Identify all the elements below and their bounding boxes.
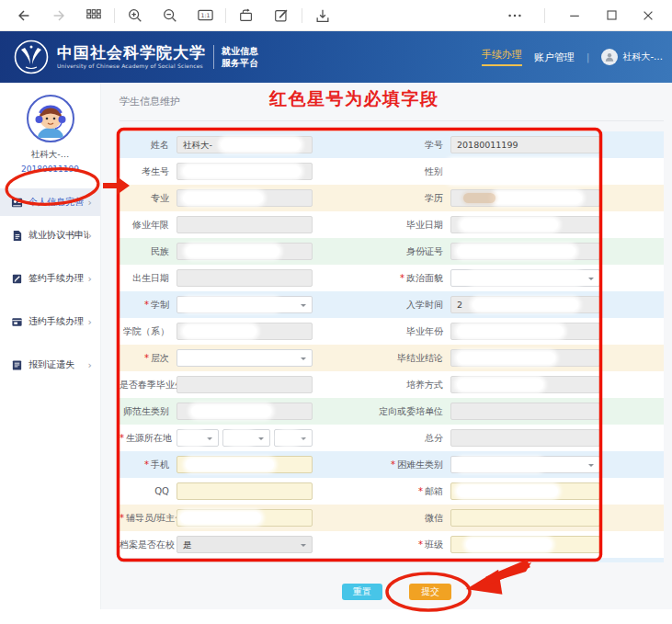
major-input (177, 189, 313, 207)
form-row: 姓名社科大-学号20180011199 (120, 131, 664, 158)
toolbar-separator (114, 8, 115, 23)
form-row: *辅导员/班主任微信 (120, 505, 664, 531)
graduation-year-input (450, 323, 600, 340)
name-value: 社科大- (183, 140, 212, 150)
study-duration-label: 修业年限 (120, 219, 177, 232)
birth-date-field (177, 269, 313, 287)
sidebar-user-id: 20180011199 (0, 165, 100, 174)
redaction-blur (457, 459, 542, 471)
mobile-label: *手机 (120, 459, 177, 471)
actual-size-button[interactable]: 1:1 (196, 6, 214, 25)
school-department-label: 学院（系） (120, 325, 177, 338)
sidebar-item-sign-procedure[interactable]: 签约手续办理› (0, 265, 100, 292)
zoom-in-icon (127, 7, 143, 24)
disadvantaged-type-select[interactable] (450, 456, 600, 473)
major-field (177, 189, 313, 207)
header-user-name: 社科大-… (622, 51, 663, 63)
nav-account-link[interactable]: 账户管理 (534, 51, 575, 64)
minimize-button[interactable] (565, 6, 584, 25)
origin-county-select[interactable] (274, 429, 313, 447)
study-duration-field (177, 216, 313, 233)
archive-in-school-field: 是 (177, 536, 313, 553)
required-asterisk: * (144, 459, 149, 470)
redaction-blur (279, 432, 299, 444)
name-label: 姓名 (120, 139, 177, 152)
political-status-select[interactable] (450, 269, 600, 287)
student-id-input: 20180011199 (450, 136, 600, 153)
nav-procedures-link[interactable]: 手续办理 (482, 48, 522, 66)
toolbar-separator (302, 8, 302, 23)
form-row: 民族身份证号 (120, 238, 664, 265)
mobile-input[interactable] (177, 456, 313, 473)
email-input[interactable] (450, 482, 600, 500)
edit-button[interactable] (272, 6, 290, 25)
graduation-conclusion-field (450, 349, 600, 367)
sidebar-item-personal-info[interactable]: 个人信息完善› (0, 188, 100, 216)
sidebar-item-breach-procedure[interactable]: 违约手续办理› (0, 308, 100, 335)
disadvantaged-type-field (450, 456, 600, 473)
chevron-right-icon: › (88, 197, 92, 209)
schooling-length-field (177, 296, 313, 313)
redaction-blur (457, 379, 542, 391)
redaction-blur (446, 160, 603, 183)
directed-unit-label: 定向或委培单位 (313, 405, 450, 418)
wechat-input[interactable] (450, 509, 600, 527)
form-row: 考生号性别 (120, 158, 664, 185)
form-row: QQ*邮箱 (120, 478, 664, 505)
screenshot-button[interactable] (237, 6, 256, 25)
spring-graduate-label: 是否春季毕业生 (120, 379, 177, 391)
close-button[interactable] (639, 6, 657, 25)
major-label: 专业 (120, 192, 177, 205)
redaction-blur (457, 352, 554, 364)
maximize-icon (605, 8, 619, 22)
qq-input[interactable] (177, 482, 313, 500)
counselor-field (177, 509, 313, 527)
dropdown-caret-icon (207, 437, 212, 443)
dropdown-caret-icon (301, 357, 306, 363)
dropdown-caret-icon (588, 464, 594, 470)
sidebar-item-report-card-loss[interactable]: 报到证遗失› (0, 351, 100, 379)
back-button[interactable] (15, 6, 33, 25)
dropdown-caret-icon (301, 544, 306, 550)
graduation-date-input (450, 216, 600, 233)
redaction-blur (183, 165, 301, 177)
sidebar-menu: 个人信息完善›就业协议书申请›签约手续办理›违约手续办理›报到证遗失› (0, 188, 100, 379)
degree-level-select[interactable] (177, 349, 313, 367)
submit-button[interactable]: 提交 (409, 584, 451, 600)
graduation-conclusion-label: 毕结业结论 (313, 352, 450, 365)
counselor-input[interactable] (177, 509, 313, 527)
reset-button[interactable]: 重置 (342, 584, 382, 600)
schooling-length-select[interactable] (177, 296, 313, 313)
zoom-out-button[interactable] (161, 6, 179, 25)
forward-button[interactable] (50, 6, 68, 25)
student-info-form: 姓名社科大-学号20180011199考生号性别专业学历修业年限毕业日期民族身份… (120, 131, 664, 562)
download-button[interactable] (313, 6, 332, 25)
maximize-button[interactable] (602, 6, 621, 25)
name-field: 社科大- (177, 136, 313, 153)
redaction-blur (183, 325, 256, 337)
class-label: *班级 (313, 539, 450, 551)
enrollment-date-field: 2 (450, 296, 600, 313)
school-department-input (177, 323, 313, 340)
directed-unit-field (450, 403, 600, 420)
header-user[interactable]: 社科大-… (601, 49, 663, 65)
redaction-blur (181, 432, 203, 444)
more-button[interactable] (506, 6, 524, 25)
archive-in-school-select[interactable]: 是 (177, 536, 313, 553)
university-title-block: 中国社会科学院大学 University of Chinese Academy … (57, 45, 206, 70)
origin-city-select[interactable] (222, 429, 270, 447)
more-icon (507, 7, 523, 24)
redaction-blur (186, 245, 279, 257)
zoom-in-button[interactable] (126, 6, 144, 25)
class-input[interactable] (450, 536, 600, 553)
sidebar-item-label: 报到证遗失 (28, 358, 74, 371)
header-nav: 手续办理 账户管理 | 社科大-… (482, 48, 663, 66)
form-row: 修业年限毕业日期 (120, 211, 664, 238)
pages-grid-button[interactable] (85, 6, 103, 25)
id-number-label: 身份证号 (313, 245, 450, 258)
browser-toolbar: 1:1 (0, 0, 672, 31)
origin-province-select[interactable] (177, 429, 219, 447)
sidebar-item-agreement-apply[interactable]: 就业协议书申请› (0, 221, 100, 249)
total-score-field (450, 429, 600, 447)
email-field (450, 482, 600, 500)
